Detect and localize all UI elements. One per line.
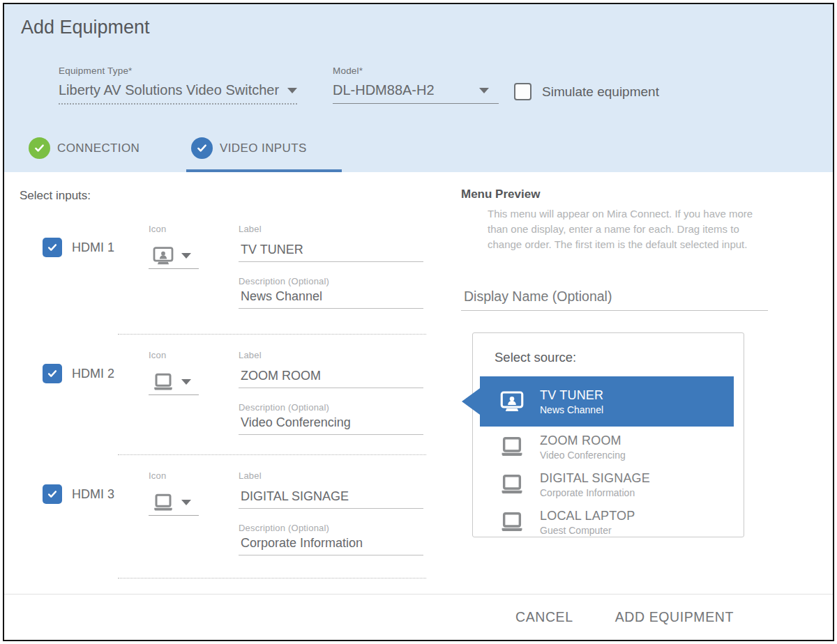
tab-connection-label: CONNECTION: [57, 141, 140, 155]
menu-item-subtitle: Video Conferencing: [540, 450, 626, 461]
equipment-type-value: Liberty AV Solutions Video Switcher: [59, 82, 279, 98]
hdmi-3-icon-select[interactable]: [149, 490, 199, 516]
active-tab-indicator: [186, 169, 342, 172]
chevron-down-icon: [181, 500, 191, 505]
tv-tuner-icon: [498, 390, 526, 413]
equipment-type-select[interactable]: Liberty AV Solutions Video Switcher: [59, 82, 297, 105]
hdmi-3-name: HDMI 3: [72, 487, 114, 502]
hdmi-2-description-input[interactable]: Video Conferencing: [239, 413, 423, 435]
hdmi-3-label-input[interactable]: DIGITAL SIGNAGE: [239, 486, 423, 509]
laptop-icon: [151, 371, 175, 392]
laptop-icon: [151, 492, 175, 513]
menu-item-title: DIGITAL SIGNAGE: [540, 471, 650, 486]
menu-item-title: ZOOM ROOM: [540, 434, 626, 448]
add-equipment-dialog: Add Equipment Equipment Type* Liberty AV…: [3, 3, 834, 641]
input-row-hdmi-3: HDMI 3 Icon Label DIGITAL SIGNAGE Descri…: [4, 454, 430, 575]
hdmi-1-name: HDMI 1: [72, 240, 114, 255]
input-row-hdmi-2: HDMI 2 Icon Label ZOOM ROOM Description …: [4, 334, 430, 454]
menu-preview-heading: Menu Preview: [461, 187, 540, 201]
icon-column-heading: Icon: [149, 350, 199, 360]
hdmi-2-checkbox[interactable]: [43, 364, 62, 383]
model-value: DL-HDM88A-H2: [333, 82, 435, 98]
chevron-down-icon: [181, 253, 191, 259]
cancel-button[interactable]: CANCEL: [513, 604, 576, 631]
add-equipment-button[interactable]: ADD EQUIPMENT: [612, 604, 737, 631]
simulate-equipment-checkbox[interactable]: Simulate equipment: [514, 83, 659, 100]
menu-item-subtitle: News Channel: [540, 404, 603, 415]
tab-video-inputs-label: VIDEO INPUTS: [220, 141, 307, 155]
model-label: Model*: [333, 66, 499, 76]
tab-connection[interactable]: CONNECTION: [29, 137, 140, 159]
menu-item-tv-tuner[interactable]: TV TUNER News Channel: [480, 376, 734, 427]
input-row-hdmi-1: HDMI 1 Icon Label TV TUNER Description (…: [4, 208, 430, 328]
select-inputs-heading: Select inputs:: [20, 189, 91, 203]
description-column-heading: Description (Optional): [239, 276, 423, 286]
hdmi-3-description-input[interactable]: Corporate Information: [239, 533, 423, 555]
description-column-heading: Description (Optional): [239, 523, 423, 533]
model-field: Model* DL-HDM88A-H2: [333, 66, 499, 104]
tab-video-inputs[interactable]: VIDEO INPUTS: [191, 137, 307, 159]
dialog-title: Add Equipment: [21, 17, 150, 38]
menu-item-title: TV TUNER: [540, 388, 603, 403]
model-select[interactable]: DL-HDM88A-H2: [333, 82, 499, 104]
chevron-down-icon: [479, 88, 489, 93]
menu-preview-card: Select source: TV TUNER News Channel ZOO…: [472, 332, 744, 537]
hdmi-3-checkbox[interactable]: [43, 484, 62, 504]
laptop-icon: [498, 435, 526, 459]
hdmi-2-label-input[interactable]: ZOOM ROOM: [239, 366, 423, 388]
chevron-down-icon: [181, 379, 191, 385]
label-column-heading: Label: [239, 470, 423, 481]
row-separator: [118, 454, 426, 455]
select-source-heading: Select source:: [495, 350, 576, 365]
hdmi-1-checkbox[interactable]: [43, 238, 62, 257]
hdmi-1-label-input[interactable]: TV TUNER: [239, 240, 423, 262]
laptop-icon: [498, 473, 526, 496]
menu-preview-description: This menu will appear on Mira Connect. I…: [488, 206, 763, 252]
menu-item-digital-signage[interactable]: DIGITAL SIGNAGE Corporate Information: [480, 468, 734, 500]
hdmi-1-icon-select[interactable]: [149, 243, 199, 269]
chevron-down-icon: [287, 88, 297, 93]
icon-column-heading: Icon: [149, 224, 199, 234]
simulate-equipment-label: Simulate equipment: [542, 84, 659, 100]
label-column-heading: Label: [239, 350, 423, 360]
hdmi-1-description-input[interactable]: News Channel: [239, 286, 423, 309]
menu-item-local-laptop[interactable]: LOCAL LAPTOP Guest Computer: [480, 506, 734, 538]
menu-item-subtitle: Corporate Information: [540, 487, 650, 498]
check-circle-icon: [29, 137, 50, 159]
tv-tuner-icon: [151, 245, 175, 266]
description-column-heading: Description (Optional): [239, 402, 423, 413]
menu-item-subtitle: Guest Computer: [540, 525, 635, 536]
equipment-type-field: Equipment Type* Liberty AV Solutions Vid…: [59, 66, 297, 105]
dialog-header: Add Equipment Equipment Type* Liberty AV…: [4, 4, 833, 172]
laptop-icon: [498, 510, 526, 534]
equipment-type-label: Equipment Type*: [59, 66, 297, 76]
row-separator: [118, 334, 426, 335]
hdmi-2-name: HDMI 2: [72, 367, 114, 381]
hdmi-2-icon-select[interactable]: [149, 369, 199, 395]
display-name-input[interactable]: [461, 286, 768, 311]
label-column-heading: Label: [239, 224, 423, 234]
row-separator: [118, 578, 426, 578]
check-circle-icon: [191, 137, 213, 159]
menu-item-zoom-room[interactable]: ZOOM ROOM Video Conferencing: [480, 431, 734, 463]
dialog-footer: CANCEL ADD EQUIPMENT: [4, 594, 833, 640]
icon-column-heading: Icon: [149, 470, 199, 481]
menu-item-title: LOCAL LAPTOP: [540, 509, 635, 523]
checkbox-unchecked-icon[interactable]: [514, 83, 531, 100]
